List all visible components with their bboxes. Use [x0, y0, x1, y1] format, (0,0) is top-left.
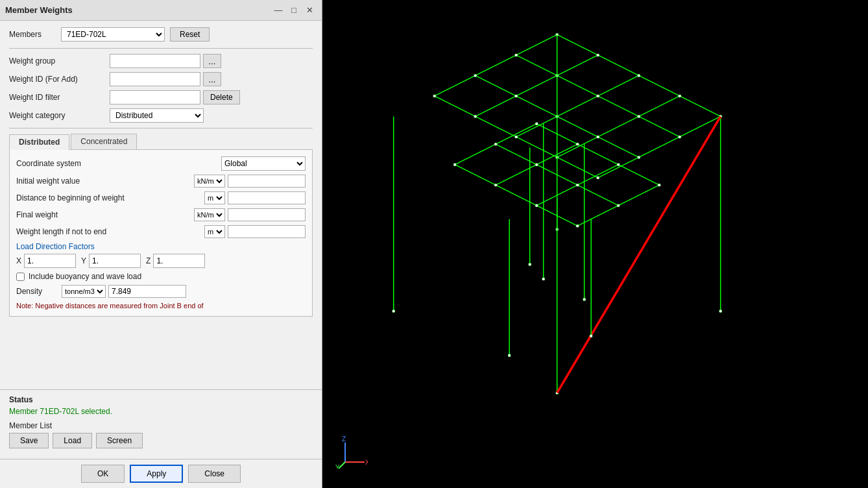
tabs: Distributed Concentrated — [9, 134, 313, 150]
tab-concentrated[interactable]: Concentrated — [71, 134, 137, 149]
ldf-row: X Y Z — [16, 254, 306, 268]
distance-unit-select[interactable]: m ft — [204, 191, 225, 204]
weight-id-for-add-label: Weight ID (For Add) — [9, 75, 110, 84]
weight-category-row: Weight category Distributed Concentrated — [9, 108, 313, 123]
window-title: Member Weights — [5, 5, 270, 15]
ldf-x-input[interactable] — [24, 254, 76, 268]
final-weight-row: Final weight kN/m kN/ft — [16, 208, 306, 221]
weight-length-row: Weight length if not to end m ft — [16, 225, 306, 238]
ldf-z-label: Z — [146, 256, 151, 265]
ldf-y-label: Y — [81, 256, 86, 265]
density-input[interactable] — [108, 285, 186, 298]
weight-length-label: Weight length if not to end — [16, 227, 204, 236]
weight-group-label: Weight group — [9, 56, 110, 66]
weight-id-filter-input[interactable] — [110, 90, 200, 104]
distance-label: Distance to beginning of weight — [16, 193, 204, 202]
density-label: Density — [16, 287, 62, 296]
minimize-button[interactable]: — — [271, 3, 285, 18]
ldf-z-input[interactable] — [153, 254, 205, 268]
initial-weight-unit-select[interactable]: kN/m kN/ft — [194, 175, 225, 188]
scene-canvas — [322, 0, 868, 488]
3d-viewport[interactable]: Z X Y — [322, 0, 868, 488]
close-button[interactable]: ✕ — [302, 3, 317, 18]
tab-content: Coordinate system Global Local Initial w… — [9, 150, 313, 317]
weight-id-for-add-input[interactable] — [110, 72, 200, 86]
density-row: Density tonne/m3 kg/m3 — [16, 285, 306, 298]
bottom-buttons: OK Apply Close — [0, 459, 322, 488]
weight-id-filter-label: Weight ID filter — [9, 93, 110, 102]
status-title: Status — [9, 395, 313, 404]
apply-button[interactable]: Apply — [130, 465, 183, 483]
weight-group-row: Weight group ... — [9, 54, 313, 68]
density-unit-select[interactable]: tonne/m3 kg/m3 — [62, 285, 106, 298]
weight-group-input[interactable] — [110, 54, 200, 68]
final-weight-label: Final weight — [16, 210, 194, 219]
ldf-y-input[interactable] — [89, 254, 141, 268]
distance-input[interactable] — [228, 191, 306, 204]
tab-distributed[interactable]: Distributed — [9, 134, 69, 150]
svg-text:X: X — [365, 459, 368, 466]
screen-button[interactable]: Screen — [96, 433, 143, 448]
close-dialog-button[interactable]: Close — [188, 465, 241, 483]
weight-category-label: Weight category — [9, 111, 110, 120]
distance-row: Distance to beginning of weight m ft — [16, 191, 306, 204]
weight-length-input[interactable] — [228, 225, 306, 238]
ldf-x-label: X — [16, 256, 21, 265]
initial-weight-row: Initial weight value kN/m kN/ft — [16, 175, 306, 188]
members-select[interactable]: 71ED-702L — [61, 27, 165, 42]
separator-2 — [9, 128, 313, 128]
member-buttons: Save Load Screen — [9, 433, 313, 448]
axes-indicator: Z X Y — [335, 436, 368, 469]
svg-text:Z: Z — [342, 436, 346, 443]
final-weight-input[interactable] — [228, 208, 306, 221]
buoyancy-checkbox[interactable] — [16, 273, 25, 281]
initial-weight-input[interactable] — [228, 175, 306, 188]
final-weight-unit-select[interactable]: kN/m kN/ft — [194, 208, 225, 221]
separator — [9, 48, 313, 49]
note-text: Note: Negative distances are measured fr… — [16, 302, 306, 310]
save-button[interactable]: Save — [9, 433, 49, 448]
weight-id-filter-row: Weight ID filter Delete — [9, 90, 313, 104]
status-message: Member 71ED-702L selected. — [9, 407, 313, 416]
members-row: Members 71ED-702L Reset — [9, 27, 313, 42]
buoyancy-label: Include buoyancy and wave load — [29, 272, 141, 281]
load-button[interactable]: Load — [53, 433, 92, 448]
reset-button[interactable]: Reset — [170, 27, 210, 42]
coord-system-label: Coordinate system — [16, 159, 221, 168]
coord-system-select[interactable]: Global Local — [221, 156, 306, 171]
weight-group-ellipsis-button[interactable]: ... — [203, 54, 221, 68]
weight-id-for-add-ellipsis-button[interactable]: ... — [203, 72, 221, 86]
member-list-label: Member List — [9, 421, 313, 430]
weight-id-for-add-row: Weight ID (For Add) ... — [9, 72, 313, 86]
buoyancy-row: Include buoyancy and wave load — [16, 272, 306, 281]
titlebar: Member Weights — □ ✕ — [0, 0, 322, 21]
members-label: Members — [9, 30, 61, 39]
weight-category-select[interactable]: Distributed Concentrated — [110, 108, 204, 123]
ok-button[interactable]: OK — [81, 465, 125, 483]
maximize-button[interactable]: □ — [287, 3, 301, 18]
delete-button[interactable]: Delete — [203, 90, 240, 104]
initial-weight-label: Initial weight value — [16, 177, 194, 186]
svg-text:Y: Y — [335, 464, 340, 469]
coord-system-row: Coordinate system Global Local — [16, 156, 306, 171]
ldf-title: Load Direction Factors — [16, 242, 306, 251]
weight-length-unit-select[interactable]: m ft — [204, 225, 225, 238]
status-area: Status Member 71ED-702L selected. Member… — [0, 389, 322, 459]
